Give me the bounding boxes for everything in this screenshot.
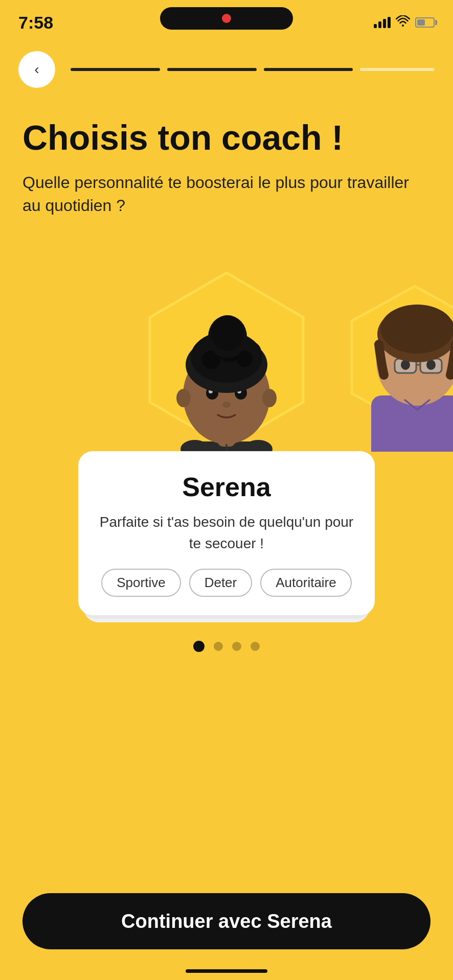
tag-deter: Deter xyxy=(189,569,253,597)
dynamic-island xyxy=(160,7,293,30)
progress-steps xyxy=(71,68,435,71)
tag-autoritaire: Autoritaire xyxy=(260,569,352,597)
status-icons xyxy=(374,15,435,30)
pagination-dots xyxy=(0,641,453,652)
cta-area: Continuer avec Serena xyxy=(22,893,431,949)
page-subtitle: Quelle personnalité te boosterai le plus… xyxy=(22,171,431,217)
coach-info-card: Serena Parfaite si t'as besoin de quelqu… xyxy=(78,451,375,615)
home-indicator xyxy=(186,969,267,973)
record-indicator xyxy=(222,14,231,23)
svg-point-11 xyxy=(222,402,231,408)
dot-4[interactable] xyxy=(251,642,260,651)
step-2 xyxy=(167,68,257,71)
svg-point-0 xyxy=(402,25,404,27)
card-front: Serena Parfaite si t'as besoin de quelqu… xyxy=(78,451,375,615)
step-3 xyxy=(264,68,353,71)
svg-point-22 xyxy=(211,315,244,351)
dot-3[interactable] xyxy=(232,642,241,651)
battery-icon xyxy=(415,17,435,28)
svg-point-5 xyxy=(176,389,191,407)
coach-avatar-secondary xyxy=(356,273,453,452)
coach-description: Parfaite si t'as besoin de quelqu'un pou… xyxy=(97,511,356,554)
secondary-figure xyxy=(356,273,453,452)
page-title: Choisis ton coach ! xyxy=(22,119,431,157)
back-button[interactable]: ‹ xyxy=(18,51,55,88)
tag-sportive: Sportive xyxy=(101,569,180,597)
dot-1[interactable] xyxy=(193,641,205,652)
wifi-icon xyxy=(396,15,410,30)
step-4 xyxy=(360,68,435,71)
continue-button-label: Continuer avec Serena xyxy=(121,911,332,932)
status-time: 7:58 xyxy=(18,13,53,33)
dot-2[interactable] xyxy=(214,642,223,651)
coach-carousel[interactable]: Serena Parfaite si t'as besoin de quelqu… xyxy=(0,247,453,615)
coach-name: Serena xyxy=(97,472,356,502)
continue-button[interactable]: Continuer avec Serena xyxy=(22,893,431,949)
svg-point-6 xyxy=(262,389,277,407)
main-content: Choisis ton coach ! Quelle personnalité … xyxy=(0,88,453,217)
coach-tags: Sportive Deter Autoritaire xyxy=(97,569,356,597)
back-arrow-icon: ‹ xyxy=(34,62,39,77)
step-1 xyxy=(71,68,160,71)
signal-icon xyxy=(374,17,391,28)
nav-bar: ‹ xyxy=(0,36,453,88)
svg-point-35 xyxy=(380,305,453,354)
